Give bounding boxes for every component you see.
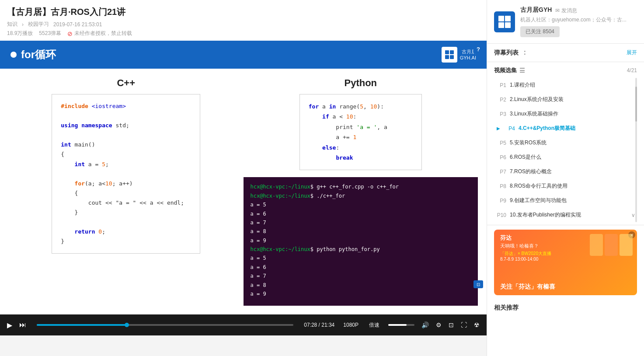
related-title: 相关推荐 — [494, 304, 637, 312]
volume-bar[interactable] — [388, 324, 414, 326]
scroll-indicator — [635, 78, 637, 222]
python-title: Python — [344, 77, 377, 89]
slide-content: for循环 — [0, 41, 487, 314]
ad-figure-2 — [605, 234, 618, 256]
volume-filled — [388, 324, 407, 326]
video-title: 【古月居】古月·ROS入门21讲 — [7, 6, 480, 18]
chevron-down-icon: ∨ — [631, 212, 635, 218]
author-section: 古月居GYH ✉ 发消息 机器人社区：guyuehome.com；公众号：古..… — [487, 0, 644, 44]
ad-brand: 芬达 — [500, 234, 512, 242]
meta-date: 2019-07-16 21:53:01 — [53, 21, 102, 28]
video-header: 【古月居】古月·ROS入门21讲 知识 › 校园学习 2019-07-16 21… — [0, 0, 487, 41]
right-sidebar: 古月居GYH ✉ 发消息 机器人社区：guyuehome.com；公众号：古..… — [487, 0, 644, 356]
danmaku-section: 弹幕列表 ： 展开 — [487, 44, 644, 62]
play-button[interactable]: ▶ — [7, 321, 12, 329]
no-repost-icon: ⊘ — [67, 30, 73, 37]
playlist-items: P1 1.课程介绍 P2 2.Linux系统介绍及安装 P3 3.Linux系统… — [494, 78, 637, 222]
ad-figures — [590, 234, 633, 256]
speed-button[interactable]: 倍速 — [367, 321, 381, 330]
slide-dot — [10, 52, 17, 58]
ad-time: 8.7-8.9 13:00-14:00 — [500, 257, 538, 262]
author-name: 古月居GYH — [520, 6, 552, 14]
quality-button[interactable]: 1080P — [341, 321, 360, 329]
playlist-section: 视频选集 ☰ 4/21 P1 1.课程介绍 P2 2.Linux系统介绍及安装 — [487, 62, 644, 225]
playlist-progress: 4/21 — [627, 67, 637, 73]
slide-header: for循环 — [0, 41, 487, 69]
terminal-box: hcx@hcx-vpc:~/linux$ g++ c++_for.cpp -o … — [244, 177, 478, 306]
next-button[interactable]: ⏭ — [19, 321, 26, 329]
author-desc: 机器人社区：guyuehome.com；公众号：古... — [520, 16, 637, 24]
slide-body: C++ #include <iostream> using namespace … — [0, 69, 487, 314]
expand-button[interactable]: 展开 — [627, 49, 637, 56]
time-display: 07:28 / 21:34 — [304, 322, 334, 328]
video-stats: 18.9万播放 5523弹幕 ⊘ 未经作者授权，禁止转载 — [7, 30, 480, 37]
author-avatar — [494, 11, 515, 32]
subcategory-label: 校园学习 — [28, 21, 49, 28]
ad-banner[interactable]: ✕ 芬达 天呐哦！哈榛喜？ 「芬达」× BW2020大直播 8.7-8.9 13… — [494, 230, 637, 295]
progress-dot — [125, 323, 129, 327]
cpp-title: C++ — [117, 77, 135, 89]
theater-icon[interactable]: ⊡ — [449, 321, 454, 328]
video-player: for循环 — [0, 41, 487, 335]
cast-icon[interactable]: ☢ — [474, 321, 480, 328]
author-info: 古月居GYH ✉ 发消息 机器人社区：guyuehome.com；公众号：古..… — [520, 6, 637, 37]
playlist-header: 视频选集 ☰ 4/21 — [494, 66, 637, 74]
playlist-item[interactable]: P5 5.安装ROS系统 — [494, 136, 637, 150]
ad-figure-3 — [620, 234, 633, 256]
playlist-item[interactable]: P1 1.课程介绍 — [494, 78, 637, 92]
slide-title: for循环 — [10, 48, 56, 62]
cpp-section: C++ #include <iostream> using namespace … — [9, 77, 244, 306]
progress-bar[interactable] — [37, 324, 293, 326]
views-count: 18.9万播放 — [7, 30, 33, 37]
playlist-item[interactable]: P3 3.Linux系统基础操作 — [494, 107, 637, 121]
video-meta: 知识 › 校园学习 2019-07-16 21:53:01 — [7, 21, 480, 28]
volume-icon[interactable]: 🔊 — [421, 321, 429, 328]
pip-icon[interactable]: ⊡ — [473, 280, 483, 288]
danmaku-title: 弹幕列表 ： — [494, 48, 528, 57]
playlist-list-icon: ☰ — [519, 67, 525, 74]
ad-figure-1 — [590, 234, 603, 256]
fullscreen-icon[interactable]: ⛶ — [461, 321, 467, 328]
playlist-item-active[interactable]: ▶ P4 4.C++&Python极简基础 — [494, 121, 637, 136]
related-section: 相关推荐 — [487, 300, 644, 316]
python-code-box: for a in range(5, 10): if a < 10: print … — [299, 94, 422, 170]
ad-cta: 关注「芬达」有榛喜 — [500, 283, 555, 291]
settings-icon[interactable]: ⚙ — [436, 321, 442, 328]
progress-filled — [37, 324, 127, 326]
player-controls: ▶ ⏭ 07:28 / 21:34 1080P 倍速 🔊 ⚙ ⊡ ⛶ ☢ — [0, 314, 487, 335]
playlist-item[interactable]: P9 9.创建工作空间与功能包 — [494, 193, 637, 208]
copyright-notice: ⊘ 未经作者授权，禁止转载 — [67, 30, 132, 37]
meta-sep: › — [22, 21, 24, 28]
ad-detail: 「芬达」× BW2020大直播 — [500, 251, 551, 257]
danmaku-count: 5523弹幕 — [39, 30, 61, 37]
play-indicator-icon: ▶ — [496, 126, 501, 131]
playlist-item[interactable]: P10 10.发布者Publisher的编程实现 ∨ — [494, 208, 637, 222]
slide-logo: 古月居 GYH.AI — [442, 47, 476, 63]
ad-subtitle: 天呐哦！哈榛喜？ — [500, 243, 539, 249]
ad-section: ✕ 芬达 天呐哦！哈榛喜？ 「芬达」× BW2020大直播 8.7-8.9 13… — [487, 225, 644, 300]
playlist-item[interactable]: P8 8.ROS命令行工具的使用 — [494, 179, 637, 193]
cpp-code-box: #include <iostream> using namespace std;… — [52, 94, 200, 254]
video-screen[interactable]: for循环 — [0, 41, 487, 314]
danmaku-more-button[interactable]: ： — [521, 48, 528, 57]
python-section: Python for a in range(5, 10): if a < 10:… — [244, 77, 478, 306]
category-label: 知识 — [7, 21, 17, 28]
playlist-item[interactable]: P7 7.ROS的核心概念 — [494, 164, 637, 179]
message-button[interactable]: ✉ 发消息 — [555, 7, 577, 14]
playlist-item[interactable]: P6 6.ROS是什么 — [494, 150, 637, 164]
playlist-item[interactable]: P2 2.Linux系统介绍及安装 — [494, 92, 637, 107]
playlist-title: 视频选集 ☰ — [494, 66, 525, 74]
logo-icon — [442, 47, 457, 63]
help-icon[interactable]: ? — [473, 44, 483, 54]
follow-button[interactable]: 已关注 8504 — [520, 26, 560, 37]
